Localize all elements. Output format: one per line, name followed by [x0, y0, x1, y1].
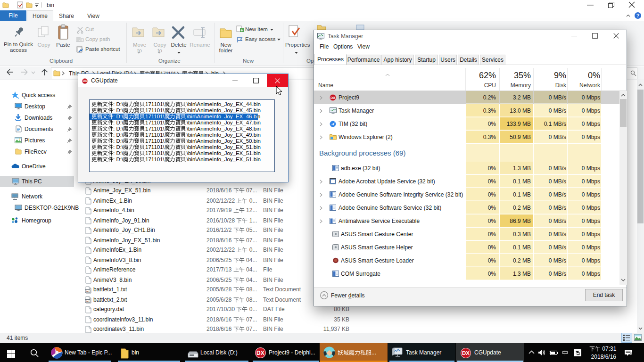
svg-text:DX: DX	[256, 350, 264, 356]
svg-text:txt: txt	[86, 299, 89, 302]
svg-text:DX: DX	[462, 350, 470, 356]
svg-text:txt: txt	[86, 289, 89, 292]
svg-text:DX: DX	[330, 96, 335, 100]
svg-text:DX: DX	[83, 79, 88, 82]
